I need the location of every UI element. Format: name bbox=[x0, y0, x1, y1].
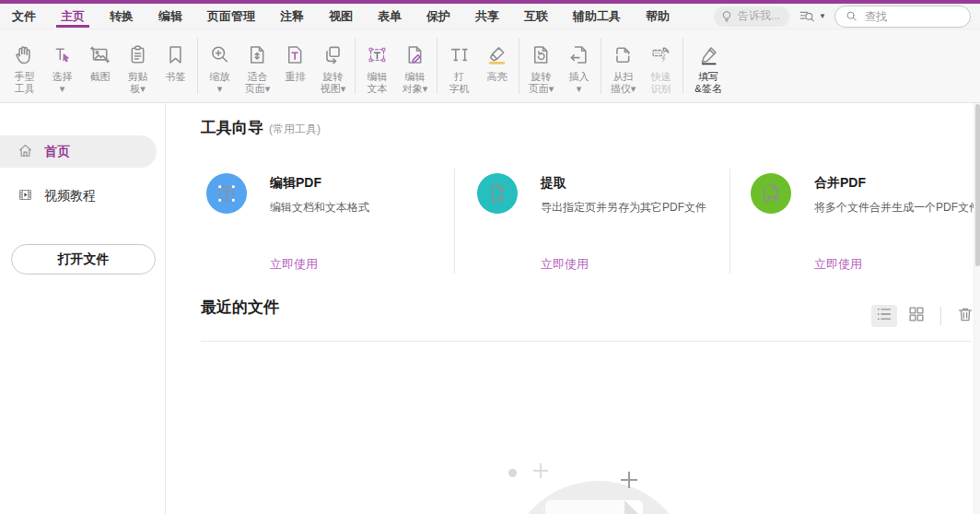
video-icon bbox=[17, 186, 34, 206]
menu-tab-file[interactable]: 文件 bbox=[12, 4, 36, 29]
ribbon-group: 旋转页面▾插入▾ bbox=[522, 29, 598, 102]
tool-label: 旋转页面▾ bbox=[529, 71, 554, 95]
tool-label: 重排 bbox=[286, 71, 306, 83]
menu-tab-accessibility-tools[interactable]: 辅助工具 bbox=[573, 4, 621, 29]
tool-card-extract[interactable]: 提取导出指定页并另存为其它PDF文件立即使用 bbox=[477, 170, 735, 276]
menu-tab-share[interactable]: 共享 bbox=[475, 4, 499, 29]
advanced-search-button[interactable]: ▼ bbox=[798, 7, 826, 26]
tool-fill-sign[interactable]: 填写&签名 bbox=[686, 29, 730, 102]
tool-label: 剪贴板▾ bbox=[128, 71, 148, 95]
trash-icon bbox=[955, 304, 975, 328]
tool-label: 旋转视图▾ bbox=[321, 71, 346, 95]
edit-object-icon bbox=[402, 41, 427, 69]
menu-tab-view[interactable]: 视图 bbox=[329, 4, 353, 29]
grid-view-button[interactable] bbox=[904, 305, 929, 327]
tool-bookmark[interactable]: 书签 bbox=[157, 29, 194, 102]
recent-files-divider bbox=[201, 341, 971, 342]
find-input[interactable] bbox=[865, 10, 962, 23]
tool-label: 选择▾ bbox=[52, 71, 73, 95]
menu-tab-edit[interactable]: 编辑 bbox=[158, 4, 182, 29]
scanner-icon bbox=[611, 41, 636, 69]
use-now-link[interactable]: 立即使用 bbox=[270, 256, 318, 273]
menu-tab-convert[interactable]: 转换 bbox=[110, 4, 134, 29]
ribbon-separator bbox=[355, 38, 356, 94]
recent-files-title: 最近的文件 bbox=[201, 297, 279, 318]
tool-rotate-view[interactable]: 旋转视图▾ bbox=[314, 29, 352, 102]
tool-label: 截图 bbox=[90, 71, 111, 83]
menu-tab-help[interactable]: 帮助 bbox=[646, 4, 670, 29]
clipboard-icon bbox=[125, 41, 150, 69]
tool-label: 打字机 bbox=[449, 71, 470, 95]
card-title: 编辑PDF bbox=[270, 175, 321, 192]
use-now-link[interactable]: 立即使用 bbox=[814, 256, 862, 273]
snapshot-icon bbox=[88, 41, 112, 69]
ribbon-group: 缩放▾适合页面▾重排旋转视图▾ bbox=[201, 29, 352, 102]
tool-edit-object[interactable]: 编辑对象▾ bbox=[396, 29, 434, 102]
search-icon bbox=[844, 8, 859, 24]
ribbon-separator bbox=[197, 38, 198, 94]
tool-wizard-title: 工具向导(常用工具) bbox=[201, 117, 321, 138]
extract-icon bbox=[477, 173, 518, 214]
lightbulb-icon bbox=[718, 8, 735, 25]
menubar-tabs: 文件主页转换编辑页面管理注释视图表单保护共享互联辅助工具帮助 bbox=[12, 4, 670, 29]
open-file-button[interactable]: 打开文件 bbox=[11, 244, 156, 275]
menu-tab-page-management[interactable]: 页面管理 bbox=[207, 4, 255, 29]
scrollbar-thumb[interactable] bbox=[975, 104, 980, 266]
menu-tab-home[interactable]: 主页 bbox=[61, 4, 85, 29]
ribbon-group: 手型工具选择▾截图剪贴板▾书签 bbox=[6, 29, 194, 102]
tool-snapshot[interactable]: 截图 bbox=[81, 29, 119, 102]
tool-quick-ocr: OCR快速识别 bbox=[642, 29, 680, 102]
find-box bbox=[834, 6, 971, 28]
tool-label: 缩放▾ bbox=[210, 71, 230, 95]
tell-me-box[interactable]: 告诉我... bbox=[714, 6, 789, 27]
list-view-icon bbox=[874, 304, 894, 328]
card-description: 编辑文档和文本格式 bbox=[270, 200, 369, 216]
tool-from-scanner[interactable]: 从扫描仪▾ bbox=[604, 29, 642, 102]
tool-rotate-pages[interactable]: 旋转页面▾ bbox=[522, 29, 560, 102]
tell-me-label: 告诉我... bbox=[738, 8, 780, 24]
tool-typewriter[interactable]: 打字机 bbox=[440, 29, 478, 102]
tool-label: 编辑文本 bbox=[368, 71, 388, 95]
tool-hand-tool[interactable]: 手型工具 bbox=[6, 29, 43, 102]
ribbon-separator bbox=[519, 38, 519, 94]
menu-tab-connect[interactable]: 互联 bbox=[524, 4, 548, 29]
card-title: 提取 bbox=[541, 175, 566, 192]
tool-highlight[interactable]: 高亮 bbox=[478, 29, 516, 102]
reflow-icon bbox=[283, 41, 308, 69]
tool-fit-page[interactable]: 适合页面▾ bbox=[239, 29, 276, 102]
fill-sign-icon bbox=[696, 41, 721, 69]
home-icon bbox=[17, 142, 34, 162]
menu-tab-form[interactable]: 表单 bbox=[378, 4, 402, 29]
menu-tab-comment[interactable]: 注释 bbox=[280, 4, 304, 29]
ribbon-group: 填写&签名 bbox=[686, 29, 730, 102]
list-view-button[interactable] bbox=[871, 305, 897, 327]
tool-select[interactable]: 选择▾ bbox=[43, 29, 81, 102]
bookmark-icon bbox=[163, 41, 188, 69]
decorative-plus-dark bbox=[621, 472, 637, 488]
sidebar-item-video-tutorials[interactable]: 视频教程 bbox=[0, 180, 165, 212]
card-description: 将多个文件合并生成一个PDF文件 bbox=[814, 200, 980, 216]
tool-clipboard[interactable]: 剪贴板▾ bbox=[119, 29, 157, 102]
view-toggles bbox=[871, 305, 978, 327]
decorative-dot bbox=[508, 469, 517, 477]
insert-icon bbox=[566, 41, 591, 69]
sidebar-item-home[interactable]: 首页 bbox=[0, 135, 157, 168]
tool-insert[interactable]: 插入▾ bbox=[560, 29, 598, 102]
main-content: 工具向导(常用工具) 编辑PDF编辑文档和文本格式立即使用提取导出指定页并另存为… bbox=[166, 103, 980, 514]
tool-reflow[interactable]: 重排 bbox=[276, 29, 314, 102]
edit-pdf-icon bbox=[206, 173, 247, 214]
tool-card-merge-pdf[interactable]: 合并PDF将多个文件合并生成一个PDF文件立即使用 bbox=[751, 170, 980, 276]
menubar-right: 告诉我... ▼ bbox=[714, 6, 973, 28]
tool-wizard-subtitle: (常用工具) bbox=[269, 123, 321, 135]
tool-card-edit-pdf[interactable]: 编辑PDF编辑文档和文本格式立即使用 bbox=[206, 170, 464, 276]
use-now-link[interactable]: 立即使用 bbox=[541, 256, 589, 273]
menu-tab-protect[interactable]: 保护 bbox=[426, 4, 450, 29]
tool-wizard-title-text: 工具向导 bbox=[201, 119, 263, 136]
tool-label: 快速识别 bbox=[651, 71, 671, 95]
ribbon-group: 打字机高亮 bbox=[440, 29, 516, 102]
highlight-icon bbox=[484, 41, 509, 69]
ribbon-separator bbox=[437, 38, 438, 94]
tool-zoom[interactable]: 缩放▾ bbox=[201, 29, 239, 102]
tool-edit-text[interactable]: 编辑文本 bbox=[358, 29, 396, 102]
tool-label: 手型工具 bbox=[15, 71, 35, 95]
